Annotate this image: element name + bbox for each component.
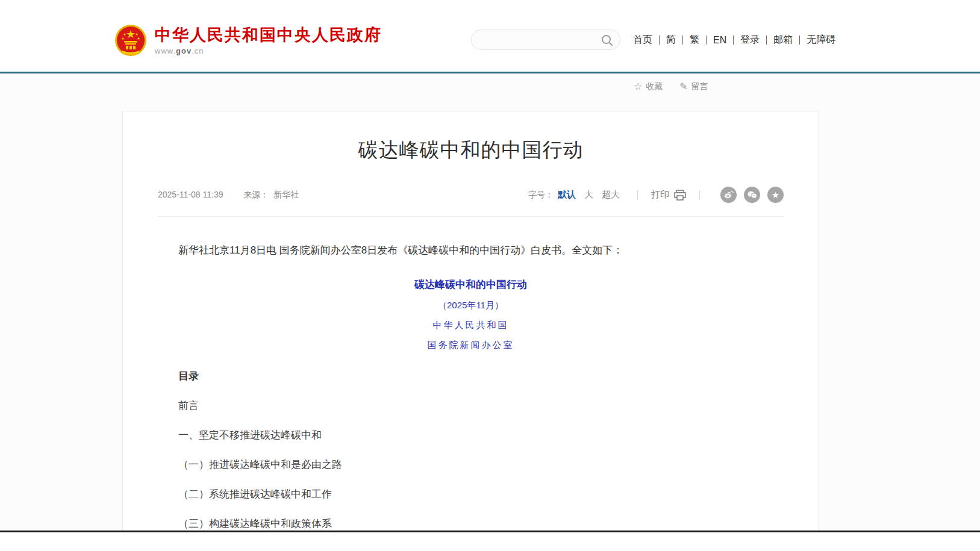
- meta-separator: [637, 190, 638, 200]
- share-weibo-button[interactable]: [720, 187, 737, 203]
- pencil-icon: ✎: [679, 81, 687, 92]
- page-tools: ☆ 收藏 ✎ 留言: [634, 81, 725, 92]
- bottom-strip: [0, 532, 980, 551]
- nav-login[interactable]: 登录: [734, 34, 766, 46]
- url-www: www.: [155, 46, 176, 55]
- star-icon: ★: [772, 190, 779, 199]
- message-link[interactable]: ✎ 留言: [679, 81, 708, 92]
- nav-home[interactable]: 首页: [626, 34, 659, 46]
- print-label: 打印: [651, 189, 669, 201]
- nav-simplified[interactable]: 简: [660, 34, 682, 46]
- toc-item: （三）构建碳达峰碳中和政策体系: [158, 517, 784, 531]
- article-meta-row: 2025-11-08 11:39 来源： 新华社 字号： 默认 大 超大 打印: [158, 187, 784, 217]
- article-date: 2025-11-08 11:39: [158, 190, 223, 199]
- toc-item: 前言: [158, 399, 784, 412]
- document-title: 碳达峰碳中和的中国行动: [158, 278, 784, 291]
- url-gov: gov: [176, 46, 192, 55]
- print-button[interactable]: 打印: [651, 189, 686, 201]
- message-label: 留言: [691, 81, 708, 92]
- favorite-link[interactable]: ☆ 收藏: [634, 81, 663, 92]
- article-title: 碳达峰碳中和的中国行动: [123, 137, 819, 164]
- article-body: 新华社北京11月8日电 国务院新闻办公室8日发布《碳达峰碳中和的中国行动》白皮书…: [158, 242, 784, 551]
- article-meta-left: 2025-11-08 11:39 来源： 新华社: [158, 190, 299, 201]
- share-wechat-button[interactable]: [744, 187, 760, 203]
- fontsize-xlarge[interactable]: 超大: [602, 189, 620, 201]
- national-emblem-icon: [114, 24, 147, 57]
- favorite-label: 收藏: [646, 81, 663, 92]
- nav-accessibility[interactable]: 无障碍: [800, 34, 842, 46]
- site-title: 中华人民共和国中央人民政府: [155, 25, 382, 45]
- site-url: www.gov.cn: [155, 46, 382, 55]
- site-logo[interactable]: 中华人民共和国中央人民政府 www.gov.cn: [114, 24, 382, 57]
- toc-item: （二）系统推进碳达峰碳中和工作: [158, 487, 784, 501]
- page-body: ☆ 收藏 ✎ 留言 碳达峰碳中和的中国行动 2025-11-08 11:39 来…: [0, 73, 980, 551]
- star-outline-icon: ☆: [634, 81, 642, 92]
- search-box: [471, 30, 620, 50]
- meta-separator: [699, 190, 700, 200]
- document-issuer-line1: 中华人民共和国: [158, 320, 784, 331]
- wechat-icon: [746, 189, 758, 201]
- share-qzone-button[interactable]: ★: [767, 187, 784, 203]
- article-card: 碳达峰碳中和的中国行动 2025-11-08 11:39 来源： 新华社 字号：…: [122, 111, 819, 551]
- article-meta-right: 字号： 默认 大 超大 打印: [528, 187, 784, 203]
- browser-page: 中华人民共和国中央人民政府 www.gov.cn 首页 简 繁 EN 登录 邮箱…: [0, 0, 980, 551]
- fontsize-large[interactable]: 大: [584, 189, 593, 201]
- nav-english[interactable]: EN: [707, 35, 733, 46]
- toc-item: 一、坚定不移推进碳达峰碳中和: [158, 428, 784, 442]
- printer-icon: [674, 190, 686, 201]
- nav-mail[interactable]: 邮箱: [767, 34, 799, 46]
- source-label: 来源：: [243, 190, 269, 199]
- source-value[interactable]: 新华社: [273, 190, 299, 199]
- document-issuer-line2: 国务院新闻办公室: [158, 340, 784, 351]
- top-nav: 首页 简 繁 EN 登录 邮箱 无障碍: [626, 34, 842, 46]
- toc-heading: 目录: [158, 369, 784, 383]
- nav-traditional[interactable]: 繁: [683, 34, 706, 46]
- fontsize-default[interactable]: 默认: [558, 189, 576, 201]
- search-input[interactable]: [481, 30, 596, 49]
- site-title-block: 中华人民共和国中央人民政府 www.gov.cn: [155, 24, 382, 55]
- toc-item: （一）推进碳达峰碳中和是必由之路: [158, 458, 784, 472]
- search-icon: [601, 34, 614, 47]
- weibo-icon: [723, 189, 734, 201]
- lead-paragraph: 新华社北京11月8日电 国务院新闻办公室8日发布《碳达峰碳中和的中国行动》白皮书…: [158, 242, 784, 260]
- search-button[interactable]: [601, 34, 614, 47]
- url-cn: .cn: [192, 46, 204, 55]
- site-header: 中华人民共和国中央人民政府 www.gov.cn 首页 简 繁 EN 登录 邮箱…: [0, 0, 980, 72]
- fontsize-label: 字号：: [528, 190, 554, 201]
- document-date-line: （2025年11月）: [158, 300, 784, 311]
